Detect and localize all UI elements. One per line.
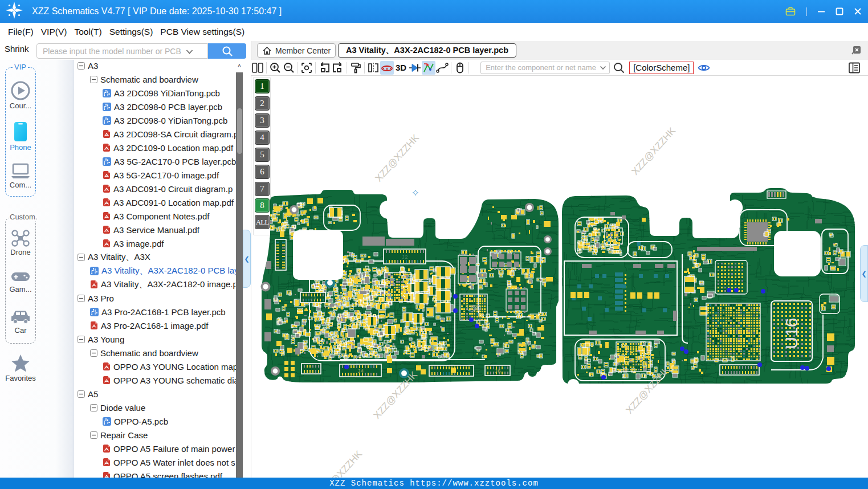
svg-text:XZZ@XZZHK: XZZ@XZZHK [630, 125, 678, 177]
svg-text:U50: U50 [466, 303, 481, 312]
svg-text:J4: J4 [357, 368, 364, 374]
svg-text:U16: U16 [782, 317, 801, 349]
svg-text:XZZ@XZZHK: XZZ@XZZHK [316, 448, 365, 478]
svg-text:J6: J6 [494, 368, 501, 374]
svg-text:J2: J2 [401, 254, 408, 260]
svg-text:XZZ@XZZHK: XZZ@XZZHK [373, 132, 422, 184]
svg-text:J3: J3 [309, 295, 316, 301]
